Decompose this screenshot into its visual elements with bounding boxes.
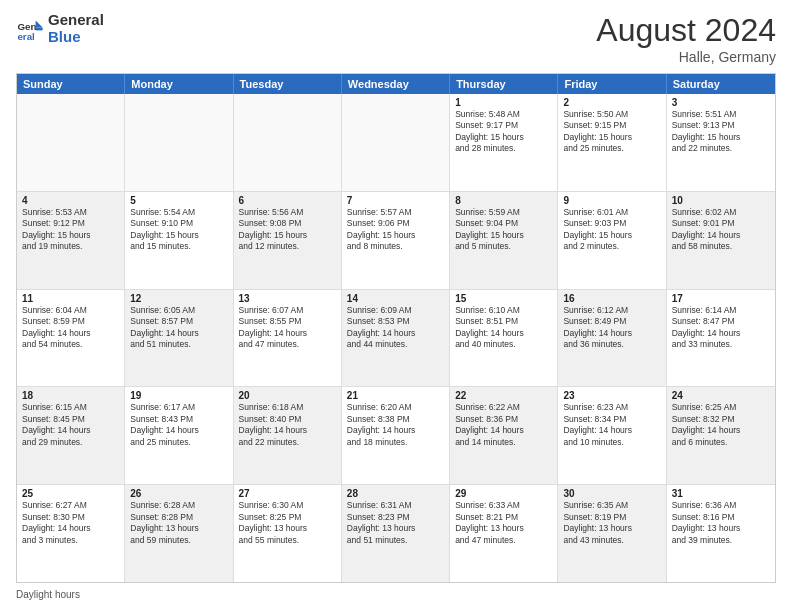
- calendar-cell: [342, 94, 450, 191]
- day-number: 19: [130, 390, 227, 401]
- calendar-row: 1Sunrise: 5:48 AM Sunset: 9:17 PM Daylig…: [17, 94, 775, 192]
- day-number: 28: [347, 488, 444, 499]
- day-number: 23: [563, 390, 660, 401]
- calendar-cell: 1Sunrise: 5:48 AM Sunset: 9:17 PM Daylig…: [450, 94, 558, 191]
- month-year: August 2024: [596, 12, 776, 49]
- calendar-cell: [234, 94, 342, 191]
- day-number: 5: [130, 195, 227, 206]
- day-info: Sunrise: 6:30 AM Sunset: 8:25 PM Dayligh…: [239, 500, 336, 546]
- day-number: 14: [347, 293, 444, 304]
- calendar-cell: 17Sunrise: 6:14 AM Sunset: 8:47 PM Dayli…: [667, 290, 775, 387]
- logo-general-text: General: [48, 12, 104, 29]
- svg-marker-2: [36, 20, 43, 27]
- calendar-cell: 31Sunrise: 6:36 AM Sunset: 8:16 PM Dayli…: [667, 485, 775, 582]
- day-info: Sunrise: 6:01 AM Sunset: 9:03 PM Dayligh…: [563, 207, 660, 253]
- footer: Daylight hours: [16, 589, 776, 600]
- day-info: Sunrise: 6:09 AM Sunset: 8:53 PM Dayligh…: [347, 305, 444, 351]
- day-number: 21: [347, 390, 444, 401]
- calendar-cell: 6Sunrise: 5:56 AM Sunset: 9:08 PM Daylig…: [234, 192, 342, 289]
- page: Gen eral General Blue August 2024 Halle,…: [0, 0, 792, 612]
- title-block: August 2024 Halle, Germany: [596, 12, 776, 65]
- calendar-cell: 13Sunrise: 6:07 AM Sunset: 8:55 PM Dayli…: [234, 290, 342, 387]
- day-number: 20: [239, 390, 336, 401]
- calendar-body: 1Sunrise: 5:48 AM Sunset: 9:17 PM Daylig…: [17, 94, 775, 582]
- calendar-header-cell: Wednesday: [342, 74, 450, 94]
- day-info: Sunrise: 6:22 AM Sunset: 8:36 PM Dayligh…: [455, 402, 552, 448]
- calendar-cell: 26Sunrise: 6:28 AM Sunset: 8:28 PM Dayli…: [125, 485, 233, 582]
- calendar-cell: 23Sunrise: 6:23 AM Sunset: 8:34 PM Dayli…: [558, 387, 666, 484]
- day-info: Sunrise: 6:35 AM Sunset: 8:19 PM Dayligh…: [563, 500, 660, 546]
- calendar-header: SundayMondayTuesdayWednesdayThursdayFrid…: [17, 74, 775, 94]
- day-number: 4: [22, 195, 119, 206]
- calendar-cell: 16Sunrise: 6:12 AM Sunset: 8:49 PM Dayli…: [558, 290, 666, 387]
- calendar-header-cell: Tuesday: [234, 74, 342, 94]
- day-info: Sunrise: 5:57 AM Sunset: 9:06 PM Dayligh…: [347, 207, 444, 253]
- logo-text: General Blue: [48, 12, 104, 45]
- calendar-cell: 28Sunrise: 6:31 AM Sunset: 8:23 PM Dayli…: [342, 485, 450, 582]
- day-info: Sunrise: 6:05 AM Sunset: 8:57 PM Dayligh…: [130, 305, 227, 351]
- day-number: 8: [455, 195, 552, 206]
- calendar: SundayMondayTuesdayWednesdayThursdayFrid…: [16, 73, 776, 583]
- calendar-cell: 30Sunrise: 6:35 AM Sunset: 8:19 PM Dayli…: [558, 485, 666, 582]
- header: Gen eral General Blue August 2024 Halle,…: [16, 12, 776, 65]
- calendar-cell: 4Sunrise: 5:53 AM Sunset: 9:12 PM Daylig…: [17, 192, 125, 289]
- day-number: 26: [130, 488, 227, 499]
- logo-icon: Gen eral: [16, 15, 44, 43]
- day-info: Sunrise: 5:59 AM Sunset: 9:04 PM Dayligh…: [455, 207, 552, 253]
- calendar-header-cell: Sunday: [17, 74, 125, 94]
- calendar-header-cell: Monday: [125, 74, 233, 94]
- day-info: Sunrise: 6:17 AM Sunset: 8:43 PM Dayligh…: [130, 402, 227, 448]
- day-number: 22: [455, 390, 552, 401]
- day-info: Sunrise: 6:04 AM Sunset: 8:59 PM Dayligh…: [22, 305, 119, 351]
- day-number: 25: [22, 488, 119, 499]
- day-info: Sunrise: 5:51 AM Sunset: 9:13 PM Dayligh…: [672, 109, 770, 155]
- day-number: 13: [239, 293, 336, 304]
- calendar-cell: 18Sunrise: 6:15 AM Sunset: 8:45 PM Dayli…: [17, 387, 125, 484]
- svg-text:eral: eral: [17, 31, 35, 42]
- daylight-label: Daylight hours: [16, 589, 80, 600]
- day-number: 17: [672, 293, 770, 304]
- day-info: Sunrise: 6:33 AM Sunset: 8:21 PM Dayligh…: [455, 500, 552, 546]
- day-info: Sunrise: 6:18 AM Sunset: 8:40 PM Dayligh…: [239, 402, 336, 448]
- day-number: 18: [22, 390, 119, 401]
- calendar-cell: [125, 94, 233, 191]
- calendar-header-cell: Thursday: [450, 74, 558, 94]
- day-number: 27: [239, 488, 336, 499]
- day-number: 15: [455, 293, 552, 304]
- day-info: Sunrise: 5:48 AM Sunset: 9:17 PM Dayligh…: [455, 109, 552, 155]
- day-number: 10: [672, 195, 770, 206]
- calendar-row: 11Sunrise: 6:04 AM Sunset: 8:59 PM Dayli…: [17, 290, 775, 388]
- logo-blue-text: Blue: [48, 29, 104, 46]
- day-number: 6: [239, 195, 336, 206]
- day-info: Sunrise: 6:02 AM Sunset: 9:01 PM Dayligh…: [672, 207, 770, 253]
- calendar-cell: 10Sunrise: 6:02 AM Sunset: 9:01 PM Dayli…: [667, 192, 775, 289]
- location: Halle, Germany: [596, 49, 776, 65]
- calendar-cell: 5Sunrise: 5:54 AM Sunset: 9:10 PM Daylig…: [125, 192, 233, 289]
- day-number: 1: [455, 97, 552, 108]
- calendar-header-cell: Saturday: [667, 74, 775, 94]
- calendar-cell: 24Sunrise: 6:25 AM Sunset: 8:32 PM Dayli…: [667, 387, 775, 484]
- calendar-cell: 11Sunrise: 6:04 AM Sunset: 8:59 PM Dayli…: [17, 290, 125, 387]
- day-number: 2: [563, 97, 660, 108]
- day-info: Sunrise: 6:36 AM Sunset: 8:16 PM Dayligh…: [672, 500, 770, 546]
- calendar-cell: 2Sunrise: 5:50 AM Sunset: 9:15 PM Daylig…: [558, 94, 666, 191]
- calendar-cell: 20Sunrise: 6:18 AM Sunset: 8:40 PM Dayli…: [234, 387, 342, 484]
- day-info: Sunrise: 6:23 AM Sunset: 8:34 PM Dayligh…: [563, 402, 660, 448]
- day-info: Sunrise: 6:25 AM Sunset: 8:32 PM Dayligh…: [672, 402, 770, 448]
- calendar-cell: [17, 94, 125, 191]
- day-number: 12: [130, 293, 227, 304]
- day-number: 31: [672, 488, 770, 499]
- day-info: Sunrise: 6:27 AM Sunset: 8:30 PM Dayligh…: [22, 500, 119, 546]
- calendar-cell: 25Sunrise: 6:27 AM Sunset: 8:30 PM Dayli…: [17, 485, 125, 582]
- day-info: Sunrise: 6:20 AM Sunset: 8:38 PM Dayligh…: [347, 402, 444, 448]
- calendar-header-cell: Friday: [558, 74, 666, 94]
- day-number: 7: [347, 195, 444, 206]
- calendar-row: 25Sunrise: 6:27 AM Sunset: 8:30 PM Dayli…: [17, 485, 775, 582]
- day-info: Sunrise: 6:07 AM Sunset: 8:55 PM Dayligh…: [239, 305, 336, 351]
- day-info: Sunrise: 5:54 AM Sunset: 9:10 PM Dayligh…: [130, 207, 227, 253]
- calendar-cell: 27Sunrise: 6:30 AM Sunset: 8:25 PM Dayli…: [234, 485, 342, 582]
- calendar-cell: 15Sunrise: 6:10 AM Sunset: 8:51 PM Dayli…: [450, 290, 558, 387]
- day-info: Sunrise: 6:28 AM Sunset: 8:28 PM Dayligh…: [130, 500, 227, 546]
- day-info: Sunrise: 6:10 AM Sunset: 8:51 PM Dayligh…: [455, 305, 552, 351]
- calendar-cell: 29Sunrise: 6:33 AM Sunset: 8:21 PM Dayli…: [450, 485, 558, 582]
